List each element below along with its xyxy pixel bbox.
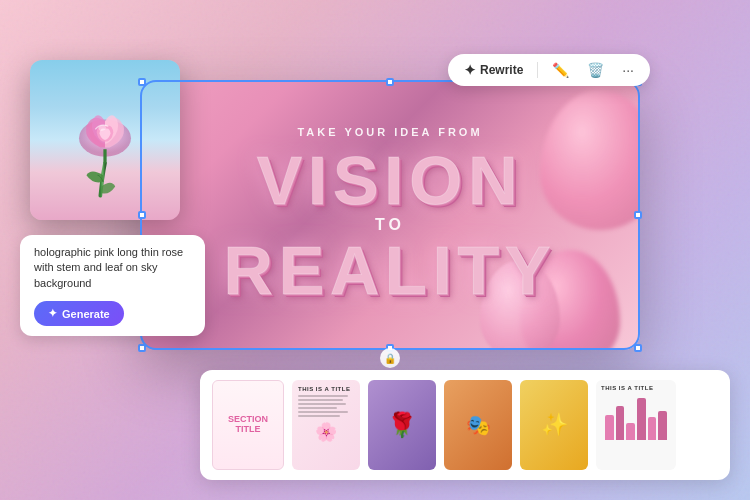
more-icon: ···	[622, 62, 634, 78]
more-button[interactable]: ···	[618, 60, 638, 80]
slide-5-bg: THIS IS A TITLE	[596, 380, 676, 470]
rewrite-label: Rewrite	[480, 63, 523, 77]
bar-3	[626, 423, 635, 440]
slide-4-bg: ✨	[520, 380, 588, 470]
bar-5	[648, 417, 657, 440]
slide-thumb-0[interactable]: SECTIONTITLE	[212, 380, 284, 470]
slide-2-bg: 🌹	[368, 380, 436, 470]
vision-text: VISION	[257, 146, 524, 214]
generate-icon: ✦	[48, 307, 57, 320]
slide-thumb-4[interactable]: ✨	[520, 380, 588, 470]
edit-icon: ✏️	[552, 62, 569, 78]
slide-thumb-2[interactable]: 🌹	[368, 380, 436, 470]
card-background: TAKE YOUR IDEA FROM VISION TO REALITY	[140, 80, 640, 350]
bar-2	[616, 406, 625, 440]
reality-text: REALITY	[224, 236, 557, 304]
rewrite-button[interactable]: ✦ Rewrite	[460, 60, 527, 80]
rose-image-card	[30, 60, 180, 220]
rose-illustration	[50, 75, 160, 205]
slide-1-bg: THIS IS A TITLE 🌸	[292, 380, 360, 470]
balloon-decoration-1	[540, 90, 640, 230]
bar-6	[658, 411, 667, 440]
delete-button[interactable]: 🗑️	[583, 60, 608, 80]
lock-icon: 🔒	[380, 348, 400, 368]
slide-1-lines	[298, 395, 354, 417]
bar-4	[637, 398, 646, 440]
slide-0-label: SECTIONTITLE	[228, 415, 268, 435]
slide-thumb-5[interactable]: THIS IS A TITLE	[596, 380, 676, 470]
edit-button[interactable]: ✏️	[548, 60, 573, 80]
chart-bars	[601, 394, 671, 444]
trash-icon: 🗑️	[587, 62, 604, 78]
slide-1-label: THIS IS A TITLE	[298, 386, 354, 392]
toolbar-divider-1	[537, 62, 538, 78]
element-toolbar: ✦ Rewrite ✏️ 🗑️ ···	[448, 54, 650, 86]
prompt-text: holographic pink long thin rose with ste…	[34, 245, 191, 291]
slide-3-bg: 🎭	[444, 380, 512, 470]
slide-thumb-3[interactable]: 🎭	[444, 380, 512, 470]
generate-label: Generate	[62, 308, 110, 320]
ai-prompt-bubble: holographic pink long thin rose with ste…	[20, 235, 205, 336]
slide-5-label: THIS IS A TITLE	[601, 385, 671, 391]
bar-1	[605, 415, 614, 440]
presentation-card: TAKE YOUR IDEA FROM VISION TO REALITY	[140, 80, 640, 350]
generate-button[interactable]: ✦ Generate	[34, 301, 124, 326]
rose-background	[30, 60, 180, 220]
slide-thumb-1[interactable]: THIS IS A TITLE 🌸	[292, 380, 360, 470]
card-subtitle: TAKE YOUR IDEA FROM	[297, 126, 482, 138]
scene: TAKE YOUR IDEA FROM VISION TO REALITY 🔒 …	[0, 0, 750, 500]
rewrite-icon: ✦	[464, 62, 476, 78]
slides-strip: SECTIONTITLE THIS IS A TITLE 🌸	[200, 370, 730, 480]
